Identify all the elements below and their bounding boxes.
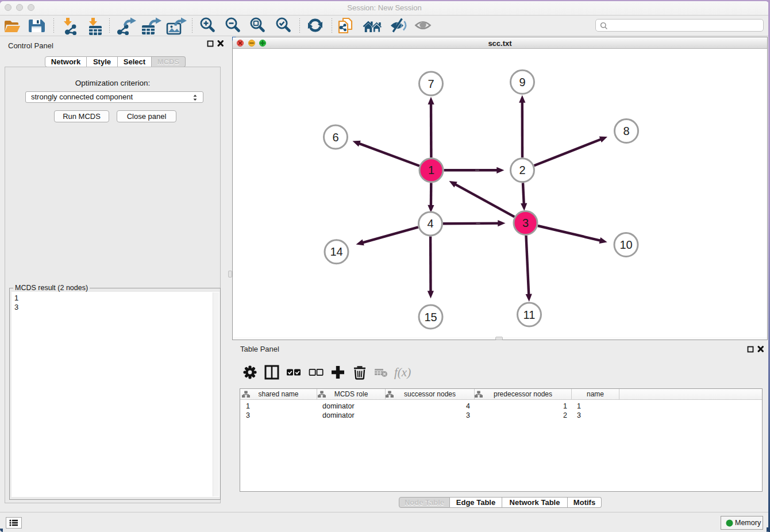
svg-text:15: 15 bbox=[424, 311, 437, 323]
svg-text:10: 10 bbox=[619, 238, 632, 251]
svg-text:7: 7 bbox=[428, 78, 434, 90]
svg-text:6: 6 bbox=[332, 131, 338, 144]
svg-text:2: 2 bbox=[519, 164, 525, 176]
svg-text:f(x): f(x) bbox=[394, 365, 411, 379]
svg-text:8: 8 bbox=[623, 125, 629, 137]
svg-text:9: 9 bbox=[519, 76, 525, 88]
svg-text:3: 3 bbox=[522, 217, 529, 229]
svg-text:4: 4 bbox=[427, 217, 433, 230]
svg-text:11: 11 bbox=[523, 309, 536, 321]
svg-text:14: 14 bbox=[330, 245, 342, 258]
svg-text:1: 1 bbox=[428, 164, 434, 176]
